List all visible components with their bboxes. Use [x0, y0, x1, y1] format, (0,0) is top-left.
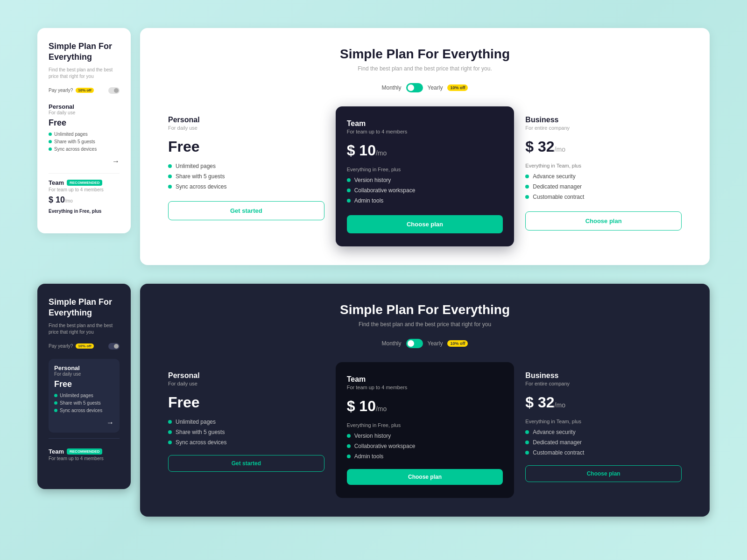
dark-feature-dedicated: Dedicated manager — [525, 439, 682, 446]
feature-collab-workspace: Collaborative workspace — [347, 187, 503, 194]
dark-plan-personal-desc: For daily use — [168, 381, 324, 386]
plan-business-price: $ 32/mo — [525, 138, 682, 155]
dot-icon — [54, 409, 57, 412]
small-card-subtitle: Find the best plan and the best price th… — [49, 67, 120, 80]
choose-plan-business-button[interactable]: Choose plan — [525, 211, 682, 231]
dark-large-subtitle: Find the best plan and the best price th… — [157, 321, 693, 328]
dot-icon — [168, 420, 172, 424]
plan-business-tagline: Everything in Team, plus — [525, 163, 682, 168]
choose-plan-team-button[interactable]: Choose plan — [347, 215, 503, 233]
dark-large-card: Simple Plan For Everything Find the best… — [140, 284, 710, 517]
dark-plan-business-tagline: Everything in Team, plus — [525, 419, 682, 424]
large-card-light: Simple Plan For Everything Find the best… — [140, 28, 710, 265]
personal-features: Unlimited pages Share with 5 guests Sync… — [49, 132, 120, 152]
dark-plan-personal-name: Personal — [168, 371, 324, 380]
feature-item: Unlimited pages — [54, 393, 114, 398]
plan-personal-name: Personal — [168, 116, 324, 124]
dot-icon — [525, 451, 529, 455]
pay-yearly-label: Pay yearly? — [49, 88, 73, 93]
dark-small-card-subtitle: Find the best plan and the best price th… — [49, 322, 120, 336]
dot-icon — [525, 195, 529, 199]
plan-personal-price: Free — [168, 138, 324, 155]
plan-personal: Personal For daily use Free Unlimited pa… — [157, 106, 336, 246]
dot-icon — [525, 175, 529, 178]
plan-team-price: $ 10/mo — [347, 142, 503, 159]
dot-icon — [347, 434, 351, 438]
dot-icon — [54, 401, 57, 405]
dark-plan-team: Team For team up to 4 members $ 10/mo Ev… — [336, 362, 514, 498]
pay-yearly-badge: 10% off — [76, 88, 93, 93]
personal-plan-small: Personal For daily use Free Unlimited pa… — [49, 103, 120, 166]
dot-icon — [347, 178, 351, 182]
bottom-section: Simple Plan For Everything Find the best… — [37, 284, 710, 517]
personal-name: Personal — [49, 103, 120, 110]
dark-pay-yearly-badge: 10% off — [76, 343, 93, 349]
dark-plan-business-desc: For entire company — [525, 381, 682, 386]
plan-team: Team For team up to 4 members $ 10/mo Ev… — [336, 106, 514, 246]
feature-unlimited-pages: Unlimited pages — [168, 163, 324, 169]
arrow-right-icon[interactable]: → — [49, 157, 120, 166]
dark-large-title: Simple Plan For Everything — [157, 302, 693, 317]
dark-feature-customable: Customable contract — [525, 449, 682, 456]
feature-dedicated-manager: Dedicated manager — [525, 183, 682, 190]
dark-billing-yearly: Yearly — [428, 340, 443, 347]
dark-get-started-button[interactable]: Get started — [168, 455, 324, 472]
small-card-light: Simple Plan For Everything Find the best… — [37, 28, 131, 233]
plan-team-desc: For team up to 4 members — [347, 129, 503, 134]
dot-icon — [168, 185, 172, 189]
dark-plan-personal: Personal For daily use Free Unlimited pa… — [157, 362, 336, 481]
dark-billing-badge: 10% off — [447, 340, 468, 347]
billing-switch[interactable] — [406, 83, 423, 92]
large-card-subtitle: Find the best plan and the best price th… — [157, 65, 693, 72]
personal-price: Free — [49, 118, 120, 128]
large-card-title: Simple Plan For Everything — [157, 47, 693, 62]
get-started-button[interactable]: Get started — [168, 201, 324, 220]
dot-icon — [168, 175, 172, 178]
dot-icon — [347, 455, 351, 458]
dark-feature-sync: Sync across devices — [168, 439, 324, 446]
dark-feature-version: Version history — [347, 433, 503, 439]
dark-feature-unlimited: Unlimited pages — [168, 419, 324, 425]
team-desc: For team up to 4 members — [49, 187, 120, 192]
small-card-title: Simple Plan For Everything — [49, 41, 120, 63]
team-name: Team — [49, 179, 64, 186]
dot-icon — [168, 430, 172, 434]
feature-item: Sync across devices — [54, 408, 114, 413]
dark-billing-switch[interactable] — [406, 339, 423, 348]
dark-choose-plan-team-button[interactable]: Choose plan — [347, 469, 503, 485]
plan-team-tagline: Everything in Free, plus — [347, 167, 503, 172]
feature-admin-tools: Admin tools — [347, 197, 503, 204]
feature-share-guests: Share with 5 guests — [168, 173, 324, 180]
pay-yearly-row: Pay yearly? 10% off — [49, 87, 120, 94]
plan-business: Business For entire company $ 32/mo Ever… — [514, 106, 693, 246]
dot-icon — [168, 441, 172, 444]
dot-icon — [347, 444, 351, 448]
dot-icon — [54, 394, 57, 397]
feature-item: Share with 5 guests — [49, 139, 120, 144]
dark-personal-price: Free — [54, 379, 114, 389]
dark-team-desc: For team up to 4 members — [49, 456, 120, 461]
dot-icon — [525, 430, 529, 434]
plan-personal-desc: For daily use — [168, 125, 324, 131]
dark-feature-advance-security: Advance security — [525, 429, 682, 435]
dark-plan-team-name: Team — [347, 375, 503, 384]
dark-small-card: Simple Plan For Everything Find the best… — [37, 284, 131, 489]
dark-arrow-right-icon[interactable]: → — [54, 419, 114, 427]
billing-badge: 10% off — [447, 84, 468, 91]
dark-pay-yearly-toggle[interactable] — [108, 343, 120, 350]
billing-toggle: Monthly Yearly 10% off — [157, 83, 693, 92]
dark-team-name: Team — [49, 448, 64, 455]
dark-plan-business-name: Business — [525, 371, 682, 380]
dot-icon — [347, 199, 351, 203]
dark-personal-features: Unlimited pages Share with 5 guests Sync… — [54, 393, 114, 413]
dark-plans-grid: Personal For daily use Free Unlimited pa… — [157, 362, 693, 498]
feature-customable-contract: Customable contract — [525, 194, 682, 200]
plan-team-name: Team — [347, 119, 503, 128]
dark-pay-yearly-label: Pay yearly? — [49, 343, 73, 349]
feature-item: Sync across devices — [49, 147, 120, 152]
dark-choose-plan-business-button[interactable]: Choose plan — [525, 465, 682, 482]
dark-feature-collab: Collaborative workspace — [347, 443, 503, 449]
dark-personal-plan: Personal For daily use Free Unlimited pa… — [49, 359, 120, 433]
pay-yearly-toggle[interactable] — [108, 87, 120, 94]
team-price: $ 10/mo — [49, 195, 120, 205]
